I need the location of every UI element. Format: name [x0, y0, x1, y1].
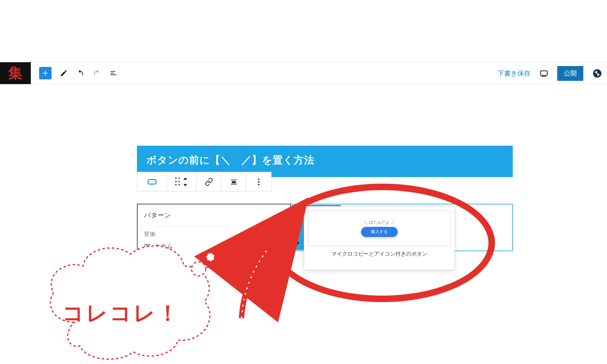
topbar-left-tools [39, 67, 118, 79]
edit-mode-button[interactable] [59, 69, 68, 78]
block-type-button[interactable] [137, 172, 167, 192]
site-logo[interactable]: 集 [0, 62, 31, 84]
svg-point-2 [258, 181, 260, 183]
outline-icon [110, 69, 117, 77]
block-toolbar [137, 172, 271, 191]
pencil-icon [295, 240, 301, 246]
transform-panel: パターン 変換: カラム プ [137, 204, 291, 268]
add-block-button[interactable] [39, 67, 52, 79]
undo-button[interactable] [76, 69, 85, 78]
svg-point-1 [258, 179, 260, 180]
transform-option-label: カラム [155, 242, 172, 250]
pattern-row[interactable]: パターン [138, 204, 290, 226]
transform-option-group[interactable]: プ [138, 253, 290, 267]
svg-rect-4 [145, 244, 147, 248]
undo-icon [76, 69, 84, 77]
link-icon [205, 178, 213, 186]
list-view-button[interactable] [109, 69, 118, 78]
column-edit-handle[interactable] [293, 239, 302, 248]
block-align-button[interactable] [221, 172, 246, 192]
chevron-right-icon [279, 213, 284, 218]
desktop-icon [539, 69, 548, 78]
editor-topbar: 集 下書き保存 公開 [0, 62, 607, 84]
block-move-button[interactable] [167, 172, 197, 192]
transform-option-label: プ [155, 256, 161, 264]
transform-option-column[interactable]: カラム [138, 239, 290, 253]
plus-icon [42, 70, 49, 77]
redo-icon [93, 69, 101, 77]
transform-label: 変換: [138, 226, 290, 239]
pattern-label: パターン [144, 211, 171, 220]
pencil-icon [60, 69, 68, 77]
kebab-icon [258, 178, 260, 186]
redo-button[interactable] [92, 69, 101, 78]
columns-icon [144, 243, 151, 250]
block-link-button[interactable] [197, 172, 221, 192]
svg-rect-5 [148, 244, 150, 248]
drag-handle-icon [175, 177, 181, 186]
align-icon [230, 178, 238, 186]
block-more-button[interactable] [246, 172, 271, 192]
pattern-preview: ＼ ぼたんだよ ／ 購入する [308, 211, 451, 246]
chevron-updown-icon [183, 177, 188, 186]
pattern-caption: マイクロコピーとアイコン付きのボタン [331, 250, 427, 257]
site-logo-glyph: 集 [8, 64, 23, 83]
jetpack-icon[interactable] [592, 68, 602, 78]
preview-button[interactable] [539, 69, 548, 78]
annotation-text: コレコレ！ [62, 299, 180, 328]
pattern-microcopy: ＼ ぼたんだよ ／ [364, 220, 395, 225]
topbar-right-tools: 下書き保存 公開 [498, 62, 602, 84]
pattern-preview-button: 購入する [361, 227, 398, 237]
svg-rect-0 [541, 71, 547, 75]
button-block-icon [148, 179, 156, 185]
pattern-flyout[interactable]: ＼ ぼたんだよ ／ 購入する マイクロコピーとアイコン付きのボタン [304, 206, 455, 270]
save-draft-link[interactable]: 下書き保存 [498, 69, 531, 78]
svg-point-3 [258, 184, 260, 185]
publish-button[interactable]: 公開 [557, 66, 583, 81]
